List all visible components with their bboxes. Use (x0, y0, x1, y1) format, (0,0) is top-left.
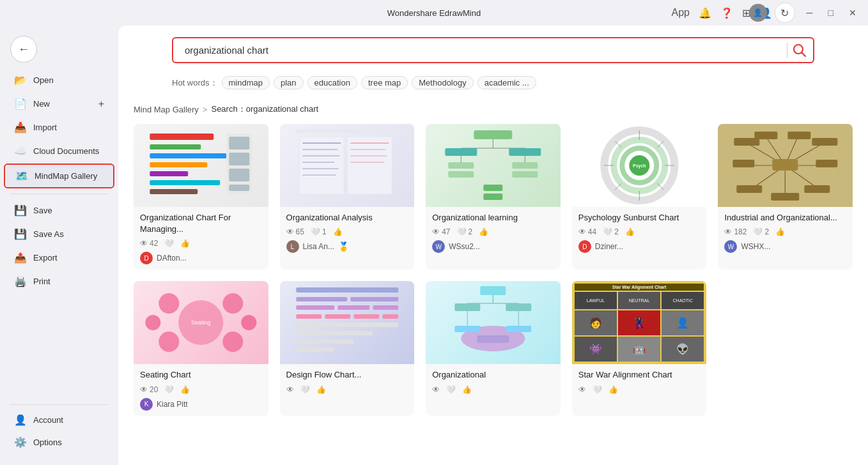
refresh-button[interactable]: ↻ (775, 3, 795, 23)
gallery-card-3[interactable]: Organizational learning 👁 47 🤍 2 👍 W WSs… (426, 124, 561, 270)
main-layout: ← 📂 Open 📄 New + 📥 Import ☁️ Cloud Docum… (0, 26, 868, 465)
hot-tag-treemap[interactable]: tree map (361, 76, 408, 89)
card-meta-3: 👁 47 🤍 2 👍 (432, 227, 554, 236)
card-author-5: W WSHX... (724, 240, 846, 253)
app-nav-label[interactable]: App (672, 7, 690, 19)
search-divider (787, 43, 787, 58)
card-thumb-3 (426, 124, 561, 207)
gallery-card-8[interactable]: Organizational 👁 🤍 👍 (426, 281, 561, 415)
svg-rect-39 (483, 185, 502, 191)
sidebar-item-import[interactable]: 📥 Import (4, 116, 114, 139)
heart-9: 🤍 (593, 385, 602, 394)
user-avatar[interactable]: 👤 (749, 4, 767, 22)
sidebar-item-options[interactable]: ⚙️ Options (4, 431, 114, 454)
share-4: 👍 (625, 227, 635, 236)
sidebar-item-open[interactable]: 📂 Open (4, 69, 114, 91)
sidebar-item-export[interactable]: 📤 Export (4, 247, 114, 269)
back-button[interactable]: ← (10, 36, 37, 63)
search-box (172, 37, 814, 63)
card-thumb-5 (718, 124, 853, 207)
share-2: 👍 (333, 227, 343, 236)
sidebar-item-print[interactable]: 🖨️ Print (4, 270, 114, 293)
views-9: 👁 (578, 385, 586, 394)
svg-rect-94 (296, 339, 353, 344)
card-info-3: Organizational learning 👁 47 🤍 2 👍 W WSs… (426, 207, 561, 258)
star-cell-8: 🤖 (618, 337, 660, 362)
svg-rect-105 (454, 326, 480, 332)
card-info-5: Industrial and Organizational... 👁 182 🤍… (718, 207, 853, 258)
svg-rect-35 (448, 171, 474, 178)
svg-rect-12 (229, 169, 249, 181)
hot-words-label: Hot words： (172, 77, 218, 89)
sidebar-item-save[interactable]: 💾 Save (4, 199, 114, 222)
card-thumb-2 (280, 124, 415, 207)
gallery-card-9[interactable]: Star War Alignment Chart LAWFUL NEUTRAL … (572, 281, 707, 415)
svg-rect-13 (229, 185, 249, 191)
svg-rect-71 (771, 193, 800, 201)
hot-tag-methodology[interactable]: Methodology (412, 76, 473, 89)
sidebar-item-cloud[interactable]: ☁️ Cloud Documents (4, 140, 114, 162)
svg-rect-86 (337, 305, 369, 310)
svg-rect-93 (296, 331, 373, 335)
svg-rect-27 (474, 130, 512, 139)
card-thumb-4: Psych (572, 124, 707, 207)
hot-tag-education[interactable]: education (307, 76, 357, 89)
org1-svg (134, 124, 268, 207)
cloud-icon: ☁️ (14, 145, 27, 157)
search-button[interactable] (793, 43, 807, 57)
hot-tag-plan[interactable]: plan (274, 76, 304, 89)
breadcrumb-separator: > (203, 105, 208, 114)
minimize-button[interactable]: ─ (803, 5, 817, 20)
search-input[interactable] (180, 38, 782, 62)
gallery-card-5[interactable]: Industrial and Organizational... 👁 182 🤍… (718, 124, 853, 270)
search-icon (793, 43, 807, 57)
star-cell-1: LAWFUL (575, 292, 617, 309)
svg-rect-100 (454, 303, 480, 311)
share-7: 👍 (316, 385, 326, 394)
sidebar-save-label: Save (33, 206, 52, 215)
card-author-1: D DAfton... (140, 252, 262, 264)
views-2: 👁 65 (286, 227, 304, 236)
gallery-card-1[interactable]: Organizational Chart For Managing... 👁 4… (134, 124, 268, 270)
org2-svg (280, 124, 415, 207)
svg-point-79 (222, 332, 243, 352)
titlebar: Wondershare EdrawMind App 🔔 ❓ ⊞ 👤 👤 ↻ ─ … (0, 0, 868, 26)
sidebar-item-save-as[interactable]: 💾 Save As (4, 223, 114, 245)
notification-icon[interactable]: 🔔 (699, 7, 711, 19)
card-thumb-8 (426, 281, 561, 364)
card-info-7: Design Flow Chart... 👁 🤍 👍 (280, 364, 415, 402)
card-title-6: Seating Chart (140, 369, 262, 381)
sidebar-import-label: Import (33, 123, 57, 132)
svg-rect-96 (480, 286, 506, 295)
card-info-8: Organizational 👁 🤍 👍 (426, 364, 561, 402)
breadcrumb-gallery[interactable]: Mind Map Gallery (134, 105, 199, 114)
card-meta-9: 👁 🤍 👍 (578, 385, 701, 394)
card-author-6: K Kiara Pitt (140, 398, 262, 411)
close-button[interactable]: ✕ (845, 5, 860, 20)
card-title-7: Design Flow Chart... (286, 369, 408, 381)
views-6: 👁 20 (140, 385, 158, 394)
svg-rect-106 (506, 326, 531, 332)
window-controls: 👤 ↻ ─ □ ✕ (749, 3, 860, 23)
card-title-9: Star War Alignment Chart (578, 369, 701, 381)
gallery-card-2[interactable]: Organizational Analysis 👁 65 🤍 1 👍 L Lis… (280, 124, 415, 270)
maximize-button[interactable]: □ (825, 5, 837, 20)
svg-rect-73 (733, 160, 755, 167)
heart-7: 🤍 (300, 385, 310, 394)
gallery-card-7[interactable]: Design Flow Chart... 👁 🤍 👍 (280, 281, 415, 415)
hot-tag-mindmap[interactable]: mindmap (222, 76, 270, 89)
svg-rect-91 (382, 314, 398, 319)
sidebar-item-mindmap-gallery[interactable]: 🗺️ MindMap Gallery (4, 164, 114, 188)
card-title-5: Industrial and Organizational... (724, 212, 846, 224)
help-icon[interactable]: ❓ (720, 7, 733, 19)
svg-rect-84 (350, 297, 398, 301)
gallery-card-6[interactable]: Seating Seating Chart 👁 20 🤍 (134, 281, 268, 415)
hot-tag-academic[interactable]: academic ... (477, 76, 536, 89)
svg-rect-83 (296, 297, 347, 301)
gallery-card-4[interactable]: Psych Psychology Sunburst Chart 👁 44 🤍 2… (572, 124, 707, 270)
sidebar-item-new[interactable]: 📄 New + (4, 93, 114, 115)
heart-2: 🤍 1 (311, 227, 327, 236)
sidebar-item-account[interactable]: 👤 Account (4, 409, 114, 431)
svg-rect-6 (150, 171, 188, 176)
author-avatar-1: D (140, 252, 153, 264)
